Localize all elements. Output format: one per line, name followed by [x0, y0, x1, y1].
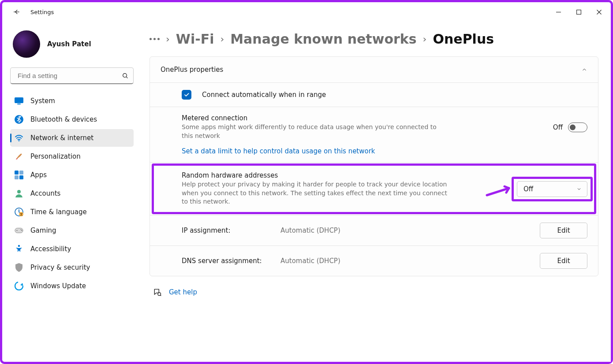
- profile-name: Ayush Patel: [47, 40, 91, 48]
- nav: System Bluetooth & devices Network & int…: [10, 92, 134, 295]
- sidebar-item-accounts[interactable]: Accounts: [10, 185, 134, 202]
- edit-label: Edit: [557, 227, 570, 234]
- account-icon: [15, 189, 23, 198]
- chevron-down-icon: [576, 186, 582, 192]
- dns-edit-button[interactable]: Edit: [540, 253, 587, 269]
- sidebar-item-label: System: [30, 97, 55, 105]
- svg-point-1: [123, 73, 127, 77]
- svg-point-16: [21, 229, 22, 230]
- toggle-off-icon: [568, 123, 587, 132]
- properties-card: OnePlus properties Connect automatically…: [150, 56, 598, 276]
- get-help-row: Get help: [150, 276, 598, 297]
- help-icon: [153, 288, 162, 297]
- update-icon: [15, 282, 23, 290]
- sidebar-item-bluetooth[interactable]: Bluetooth & devices: [10, 111, 134, 128]
- profile[interactable]: Ayush Patel: [10, 25, 134, 66]
- svg-rect-0: [576, 10, 581, 14]
- dns-value: Automatic (DHCP): [280, 257, 529, 265]
- data-limit-link[interactable]: Set a data limit to help control data us…: [182, 147, 375, 155]
- close-button[interactable]: [589, 5, 609, 19]
- row-dns-assignment: DNS server assignment: Automatic (DHCP) …: [150, 245, 598, 276]
- avatar: [13, 30, 40, 58]
- metered-desc: Some apps might work differently to redu…: [182, 123, 446, 140]
- random-hw-title: Random hardware addresses: [182, 171, 506, 179]
- check-icon: [183, 92, 190, 98]
- svg-rect-9: [19, 175, 23, 179]
- edit-label: Edit: [557, 257, 570, 265]
- row-auto-connect[interactable]: Connect automatically when in range: [150, 82, 598, 107]
- metered-state: Off: [553, 123, 563, 131]
- card-header[interactable]: OnePlus properties: [150, 57, 598, 82]
- close-icon: [597, 10, 602, 15]
- random-hw-desc: Help protect your privacy by making it h…: [182, 180, 455, 206]
- sidebar-item-label: Gaming: [30, 227, 56, 234]
- svg-rect-3: [17, 104, 21, 104]
- chevron-up-icon: [581, 67, 587, 73]
- random-hw-text: Random hardware addresses Help protect y…: [182, 171, 506, 206]
- breadcrumb-wifi[interactable]: Wi-Fi: [176, 31, 214, 47]
- sidebar-item-personalization[interactable]: Personalization: [10, 148, 134, 165]
- svg-point-15: [16, 230, 17, 231]
- breadcrumb-current: OnePlus: [433, 31, 494, 47]
- auto-connect-checkbox[interactable]: [182, 90, 191, 100]
- sidebar-item-label: Privacy & security: [30, 264, 90, 271]
- svg-point-20: [158, 293, 161, 296]
- metered-toggle[interactable]: Off: [553, 123, 587, 132]
- random-hw-value: Off: [523, 185, 533, 193]
- sidebar-item-label: Accessibility: [30, 245, 71, 253]
- svg-point-17: [21, 230, 22, 231]
- main-content: › Wi-Fi › Manage known networks › OnePlu…: [139, 22, 611, 362]
- ip-value: Automatic (DHCP): [280, 227, 529, 234]
- svg-rect-6: [15, 171, 19, 175]
- random-hw-dropdown[interactable]: Off: [517, 181, 587, 197]
- card-title: OnePlus properties: [161, 66, 223, 74]
- chevron-right-icon: ›: [423, 33, 427, 45]
- search-field[interactable]: [17, 71, 122, 80]
- minimize-button[interactable]: [548, 5, 568, 19]
- chevron-right-icon: ›: [166, 33, 170, 45]
- svg-rect-7: [19, 171, 23, 175]
- sidebar-item-accessibility[interactable]: Accessibility: [10, 240, 134, 258]
- gaming-icon: [15, 226, 23, 235]
- sidebar: Ayush Patel System Bluetooth & devic: [2, 22, 139, 362]
- sidebar-item-system[interactable]: System: [10, 92, 134, 110]
- ip-label: IP assignment:: [182, 227, 270, 234]
- get-help-link[interactable]: Get help: [169, 288, 197, 296]
- sidebar-item-label: Personalization: [30, 152, 81, 160]
- breadcrumb-overflow-button[interactable]: [150, 38, 160, 40]
- caption-controls: [548, 5, 609, 19]
- svg-point-19: [15, 282, 23, 290]
- sidebar-item-apps[interactable]: Apps: [10, 166, 134, 184]
- arrow-left-icon: [12, 8, 20, 16]
- sidebar-item-privacy[interactable]: Privacy & security: [10, 259, 134, 276]
- search-input[interactable]: [10, 67, 134, 84]
- row-ip-assignment: IP assignment: Automatic (DHCP) Edit: [150, 215, 598, 245]
- sidebar-item-label: Network & internet: [30, 134, 93, 142]
- system-icon: [15, 97, 23, 105]
- auto-connect-label: Connect automatically when in range: [202, 91, 326, 99]
- privacy-icon: [15, 263, 23, 272]
- search-icon: [122, 72, 129, 79]
- maximize-button[interactable]: [568, 5, 589, 19]
- accessibility-icon: [15, 245, 23, 253]
- svg-point-10: [17, 190, 21, 193]
- sidebar-item-gaming[interactable]: Gaming: [10, 222, 134, 239]
- dns-label: DNS server assignment:: [182, 257, 270, 265]
- chevron-right-icon: ›: [220, 33, 224, 45]
- maximize-icon: [576, 10, 581, 15]
- ip-edit-button[interactable]: Edit: [540, 223, 587, 238]
- random-hw-controls: Off: [517, 181, 587, 197]
- svg-rect-2: [15, 97, 23, 103]
- sidebar-item-time[interactable]: 文 Time & language: [10, 203, 134, 221]
- svg-rect-8: [15, 175, 19, 179]
- metered-title: Metered connection: [182, 114, 542, 122]
- breadcrumb-manage-networks[interactable]: Manage known networks: [230, 31, 416, 47]
- sidebar-item-update[interactable]: Windows Update: [10, 277, 134, 295]
- metered-text: Metered connection Some apps might work …: [182, 114, 542, 140]
- sidebar-item-network[interactable]: Network & internet: [10, 129, 134, 147]
- back-button[interactable]: [7, 3, 25, 21]
- brush-icon: [15, 152, 23, 161]
- sidebar-item-label: Apps: [30, 171, 47, 179]
- minimize-icon: [556, 10, 561, 15]
- sidebar-item-label: Windows Update: [30, 282, 86, 290]
